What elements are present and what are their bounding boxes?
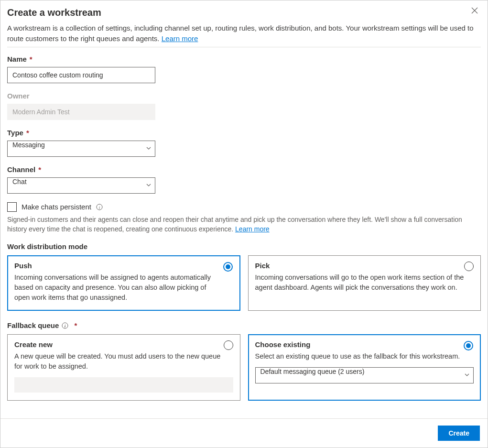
push-radio[interactable] bbox=[223, 262, 233, 272]
owner-input bbox=[7, 104, 155, 120]
owner-label: Owner bbox=[7, 92, 481, 100]
persistent-help-text: Signed-in customers and their agents can… bbox=[7, 215, 481, 234]
panel-title: Create a workstream bbox=[7, 7, 101, 18]
info-icon[interactable]: i bbox=[62, 322, 68, 329]
fallback-create-new-card[interactable]: Create new A new queue will be created. … bbox=[7, 334, 240, 401]
persistent-learn-more-link[interactable]: Learn more bbox=[235, 225, 270, 233]
work-distribution-label: Work distribution mode bbox=[7, 242, 481, 251]
choose-existing-desc: Select an existing queue to use as the f… bbox=[255, 351, 474, 361]
create-new-title: Create new bbox=[14, 340, 233, 349]
work-distribution-push-card[interactable]: Push Incoming conversations will be assi… bbox=[7, 255, 240, 311]
divider bbox=[7, 47, 481, 47]
description-learn-more-link[interactable]: Learn more bbox=[162, 34, 198, 43]
type-label: Type* bbox=[7, 129, 481, 137]
create-new-desc: A new queue will be created. You must ad… bbox=[14, 351, 233, 372]
pick-title: Pick bbox=[255, 262, 474, 270]
pick-desc: Incoming conversations will go to the op… bbox=[255, 273, 474, 293]
choose-existing-title: Choose existing bbox=[255, 340, 474, 349]
choose-existing-radio[interactable] bbox=[464, 341, 473, 350]
push-desc: Incoming conversations will be assigned … bbox=[14, 273, 233, 303]
close-icon bbox=[471, 7, 478, 15]
create-workstream-panel: Create a workstream A workstream is a co… bbox=[0, 0, 488, 448]
fallback-choose-existing-card[interactable]: Choose existing Select an existing queue… bbox=[248, 334, 481, 401]
make-persistent-checkbox[interactable] bbox=[7, 202, 17, 212]
svg-text:i: i bbox=[99, 205, 100, 209]
pick-radio[interactable] bbox=[464, 262, 474, 271]
fallback-queue-label: Fallback queue i * bbox=[7, 321, 481, 329]
make-persistent-label: Make chats persistent bbox=[22, 203, 91, 211]
type-select[interactable]: Messaging bbox=[7, 141, 155, 157]
name-input[interactable] bbox=[7, 67, 155, 83]
create-new-radio[interactable] bbox=[224, 340, 233, 350]
channel-select[interactable]: Chat bbox=[7, 177, 155, 194]
svg-text:i: i bbox=[65, 323, 66, 328]
close-button[interactable] bbox=[468, 5, 481, 18]
info-icon[interactable]: i bbox=[96, 204, 103, 210]
existing-queue-select[interactable]: Default messaging queue (2 users) bbox=[255, 367, 474, 383]
work-distribution-pick-card[interactable]: Pick Incoming conversations will go to t… bbox=[248, 255, 481, 311]
channel-label: Channel* bbox=[7, 165, 481, 174]
push-title: Push bbox=[14, 262, 233, 270]
panel-description: A workstream is a collection of settings… bbox=[7, 23, 481, 44]
panel-footer: Create bbox=[0, 418, 488, 448]
create-new-queue-name-input bbox=[14, 377, 233, 393]
create-button[interactable]: Create bbox=[438, 426, 480, 441]
name-label: Name* bbox=[7, 55, 481, 63]
